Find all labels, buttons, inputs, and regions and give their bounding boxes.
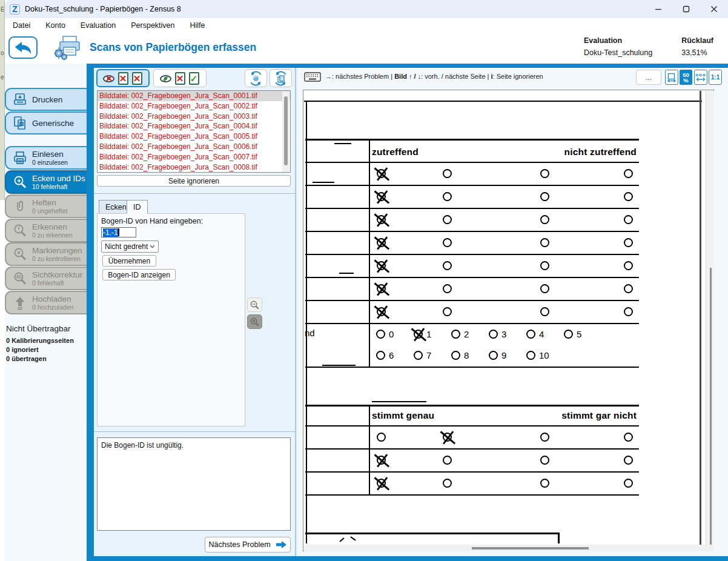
minimize-button[interactable] [644,0,672,18]
show-bogen-id-button[interactable]: Bogen-ID anzeigen [102,269,176,280]
vertical-scrollbar[interactable] [706,91,714,545]
sidebar-item-einlesen[interactable]: Einlesen0 einzulesen [5,146,87,170]
answer-circle [377,215,386,224]
paperclip-icon [12,199,28,214]
rotation-dropdown[interactable]: Nicht gedreht [101,241,159,253]
sidebar: Drucken Generische Einlesen0 einzulesen … [5,64,87,561]
rotate-all-pages-button[interactable] [270,69,292,87]
back-button[interactable] [8,36,38,59]
file-list-item[interactable]: Bilddatei: 002_Frageboegen_Jura_Scan_000… [98,101,290,111]
answer-circle [624,169,633,178]
menu-item[interactable]: Perspektiven [131,21,174,30]
scrollbar-thumb[interactable] [710,268,712,545]
answer-row [305,278,639,301]
file-list-item[interactable]: Bilddatei: 002_Frageboegen_Jura_Scan_000… [98,162,290,173]
scale-option: 7 [414,350,451,360]
file-list-item[interactable]: Bilddatei: 002_Frageboegen_Jura_Scan_000… [98,121,290,131]
sidebar-item-markierungen[interactable]: Markierungen0 zu kontrollieren [5,242,87,266]
bogen-id-input[interactable]: -1.-1 [101,227,136,237]
evaluation-value: Doku-Test_schulung [584,48,652,57]
sidebar-item-erkennen[interactable]: Erkennen0 zu erkennen [5,219,87,242]
divider [94,431,296,432]
zoom-out-button[interactable] [247,297,262,312]
sidebar-item-label: Sichtkorrektur [32,270,82,279]
menu-item[interactable]: Hilfe [190,21,205,30]
file-list-item[interactable]: Bilddatei: 002_Frageboegen_Jura_Scan_000… [98,111,290,122]
filter-errors-button[interactable]: ✕ ✕ ✕ [96,69,150,87]
filter-all-button[interactable]: ✓ ✕ ✓ [153,69,207,87]
scale-number: 5 [577,329,581,339]
scan-table-zutreffend: zutreffend nicht zutreffend [305,139,639,324]
next-problem-button[interactable]: Nächstes Problem [205,537,291,553]
keyboard-icon [304,72,321,84]
answer-circle [377,456,386,465]
ruecklauf-value: 33,51% [681,48,713,57]
answer-row [305,232,639,255]
sidebar-item-drucken[interactable]: Drucken [5,88,87,111]
header: Scans von Papierbögen erfassen Evaluatio… [5,32,728,64]
file-list-item[interactable]: Bilddatei: 002_Frageboegen_Jura_Scan_000… [98,91,290,101]
zoom-in-button[interactable] [247,314,262,329]
tab-id[interactable]: ID [127,200,148,214]
more-options-button[interactable]: ... [636,70,661,85]
answer-circle [376,351,385,360]
sidebar-item-hochladen[interactable]: Hochladen0 hochzuladen [5,291,87,314]
header-right: stimmt gar nicht [561,410,637,421]
evaluation-label: Evaluation [584,36,652,45]
answer-row [305,301,639,324]
answer-row [305,427,639,450]
answer-circle [624,215,633,224]
sidebar-item-generische[interactable]: Generische [5,111,87,134]
menu-item[interactable]: Datei [13,21,30,30]
arrow-right-icon [276,540,287,549]
fit-width-button[interactable] [665,70,678,85]
answer-row [305,255,639,278]
close-button[interactable] [700,0,728,18]
partial-table-edge [558,533,560,543]
sidebar-item-sublabel: 0 ungeheftet [32,207,67,214]
scan-image[interactable]: zutreffend nicht zutreffend [304,91,706,545]
menu-item[interactable]: Konto [45,21,65,30]
keyboard-hints: →: nächstes Problem | Bild ↑ / ↓: vorh. … [325,73,543,80]
accent-stripe [87,64,94,561]
sidebar-item-heften[interactable]: Heften0 ungeheftet [5,194,87,218]
sidebar-item-sichtkorrektur[interactable]: Sichtkorrektur0 fehlerhaft [5,267,87,290]
answer-circle [540,261,549,270]
scrollbar-thumb[interactable] [284,96,288,165]
maximize-button[interactable] [672,0,700,18]
printer-settings-icon [53,34,81,64]
answer-row [305,473,639,496]
file-list-scrollbar[interactable] [282,91,290,172]
scale-option: 3 [489,329,526,339]
apply-button[interactable]: Übernehmen [102,255,156,267]
spacing-button[interactable]: ooo [694,70,707,85]
answer-circle [540,456,549,465]
scale-option: 8 [451,350,489,360]
sidebar-item-label: Erkennen [32,222,73,231]
sidebar-item-ecken-und-ids[interactable]: Ecken und IDs10 fehlerhaft [5,170,87,194]
table-header: stimmt genau stimmt gar nicht [305,407,639,427]
zoom-level-button[interactable]: 50 % [680,70,692,85]
answer-circle [540,307,549,316]
scanner-icon [12,150,28,166]
answer-circle [377,284,386,293]
doc-ok-icon: ✓ [188,71,200,85]
scale-number: 7 [426,350,431,360]
scan-viewport: zutreffend nicht zutreffend [303,90,714,551]
horizontal-scrollbar[interactable] [304,545,706,551]
file-list-item[interactable]: Bilddatei: 002_Frageboegen_Jura_Scan_000… [98,142,290,152]
answer-circle [377,479,386,488]
scale-number: 3 [501,329,506,339]
menu-item[interactable]: Evaluation [81,21,116,30]
scrollbar-thumb[interactable] [472,547,589,549]
rotate-page-button[interactable] [245,69,267,87]
sidebar-item-label: Einlesen [32,150,68,159]
file-list-item[interactable]: Bilddatei: 002_Frageboegen_Jura_Scan_000… [98,131,290,142]
answer-circle [624,433,633,442]
ignore-page-button[interactable]: Seite ignorieren [97,175,291,187]
scale-number: 0 [389,329,394,339]
file-list-item[interactable]: Bilddatei: 002_Frageboegen_Jura_Scan_000… [98,152,290,162]
one-to-one-button[interactable]: 1:1 [709,70,722,85]
fit-width-icon [667,73,677,82]
magnifier-plus-icon [250,317,260,327]
